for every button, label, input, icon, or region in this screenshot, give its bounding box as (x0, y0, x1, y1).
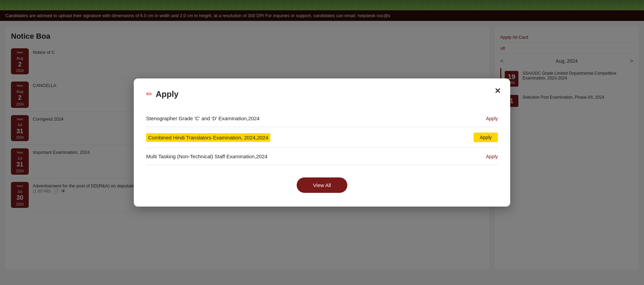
apply-btn-yellow-2[interactable]: Apply (474, 133, 498, 142)
apply-link-1[interactable]: Apply (486, 116, 498, 121)
modal-close-button[interactable]: ✕ (494, 87, 501, 96)
background-page: Candidates are advised to upload their s… (0, 0, 644, 285)
modal-overlay[interactable]: ✏ Apply ✕ Stenographer Grade 'C' and 'D'… (0, 0, 644, 285)
modal-item-text-1: Stenographer Grade 'C' and 'D' Examinati… (146, 115, 260, 121)
apply-modal: ✏ Apply ✕ Stenographer Grade 'C' and 'D'… (134, 78, 510, 207)
modal-item-3: Multi Tasking (Non-Technical) Staff Exam… (146, 148, 498, 165)
apply-link-3[interactable]: Apply (486, 154, 498, 159)
pencil-icon: ✏ (146, 90, 152, 99)
modal-title: Apply (156, 89, 179, 99)
modal-header: ✏ Apply (146, 89, 498, 102)
modal-item-1: Stenographer Grade 'C' and 'D' Examinati… (146, 110, 498, 127)
modal-item-text-2-highlighted: Combined Hindi Translators Examination, … (146, 133, 270, 142)
view-all-button[interactable]: View All (297, 177, 347, 193)
modal-item-2: Combined Hindi Translators Examination, … (146, 127, 498, 148)
modal-item-text-3: Multi Tasking (Non-Technical) Staff Exam… (146, 153, 268, 159)
